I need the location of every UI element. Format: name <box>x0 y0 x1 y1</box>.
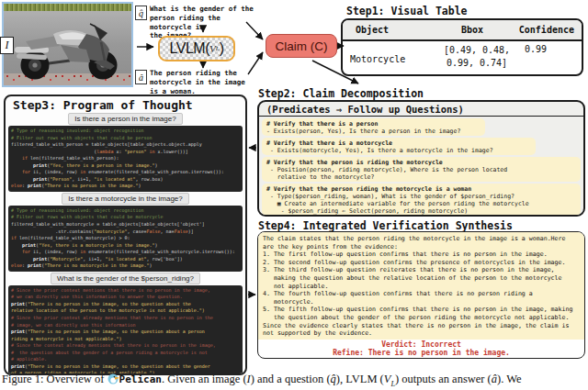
predicate-box: # Verify that the person is riding the m… <box>262 157 581 182</box>
input-image <box>2 2 133 87</box>
code-question-label: Is there a motorcycle in the image? <box>62 193 189 205</box>
predicate-box: # Verify that the person riding the moto… <box>262 184 581 216</box>
verdict-text: Verdict: Incorrect <box>258 340 584 350</box>
caption-text: ) outputs an answer ( <box>395 373 492 385</box>
table-header-row: ObjectBboxConfidence <box>343 20 582 41</box>
answer-symbol: â <box>135 70 147 84</box>
lvlm-var: V <box>209 43 216 54</box>
column-header: Confidence <box>508 25 582 35</box>
table-cell: 0.99 <box>517 41 582 76</box>
claim-box: Claim (C) <box>266 34 337 58</box>
step2-title: Step2: Claim Decomposition <box>258 87 424 100</box>
verdict-band: Verdict: Incorrect Refine: There is no p… <box>258 340 584 358</box>
column-header: Object <box>343 25 436 35</box>
column-header: Bbox <box>436 25 508 35</box>
code-block: # Since the prior context mentions that … <box>8 285 243 375</box>
program-of-thought-box: Step3: Program of Thought Is there a per… <box>4 95 247 375</box>
predicates-header: (Predicates ⇒ Follow up Questions) <box>259 102 583 117</box>
question-symbol: q̂ <box>135 6 147 20</box>
code-question-label: What is the gender of the $person_riding… <box>51 273 200 284</box>
answer-text: The person riding the motorcycle in the … <box>150 69 262 95</box>
claim-decomposition-box: (Predicates ⇒ Follow up Questions) # Ver… <box>257 100 585 217</box>
caption-text: . Given an image ( <box>162 373 247 385</box>
verification-synthesis-box: The claim states that the person riding … <box>257 231 585 359</box>
table-cell: [0.49, 0.48, 0.99, 0.74] <box>436 41 517 76</box>
pelican-icon <box>107 373 119 385</box>
motorcycle-illustration <box>6 15 133 84</box>
lvlm-label: LVLM <box>170 40 206 57</box>
lvlm-box: LVLM(VL) <box>158 36 235 61</box>
predicate-box: # Verify that there is a motorcycle - Ex… <box>262 138 536 155</box>
figure-caption: Figure 1: Overview of Pelican. Given an … <box>2 373 586 388</box>
step3-title: Step3: Program of Thought <box>13 98 243 112</box>
step1-title: Step1: Visual Table <box>346 5 468 17</box>
caption-text: Figure 1: Overview of <box>2 373 107 385</box>
grass-band <box>4 4 131 11</box>
caption-text: ). We <box>497 373 522 385</box>
table-row: Motorcycle[0.49, 0.48, 0.99, 0.74]0.99 <box>343 41 582 76</box>
visual-table: ObjectBboxConfidence Motorcycle[0.49, 0.… <box>341 18 583 76</box>
predicate-list: # Verify that there is a person- Exists(… <box>259 117 583 217</box>
step3-sections: Is there a person in the image?# Type of… <box>8 113 243 375</box>
predicate-box: # Verify that there is a person- Exists(… <box>262 118 485 136</box>
caption-text: ) and a question ( <box>251 373 331 385</box>
table-cell: Motorcycle <box>343 41 436 76</box>
evidence-text: The claim states that the person riding … <box>258 232 584 340</box>
figure-canvas: I q̂ What is the gender of the person ri… <box>0 0 588 390</box>
caption-text: ), LVLM ( <box>336 373 384 385</box>
caption-text: Pelican <box>119 373 162 385</box>
step4-title: Step4: Integrated Verification Synthesis <box>258 219 513 232</box>
refine-text: Refine: There is no person in the image. <box>258 349 584 358</box>
code-question-label: Is there a person in the image? <box>68 113 182 125</box>
code-block: # Type of reasoning involved: object rec… <box>8 206 243 272</box>
code-block: # Type of reasoning involved: object rec… <box>8 126 243 192</box>
image-symbol: I <box>0 37 14 54</box>
